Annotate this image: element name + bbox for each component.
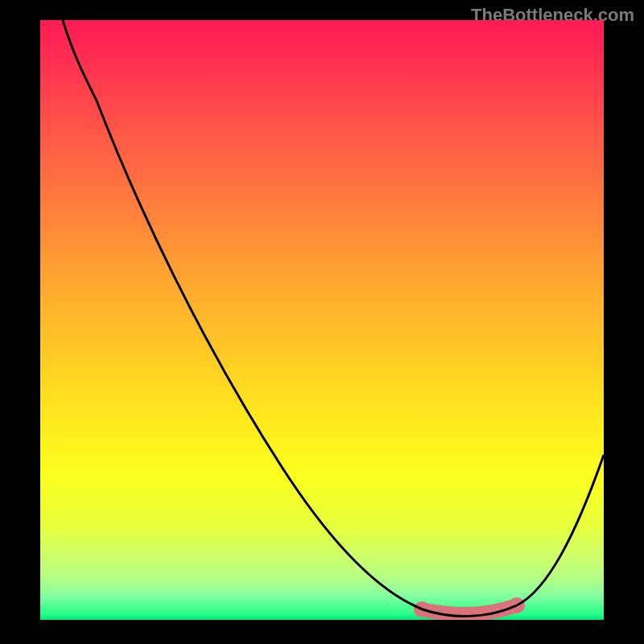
curve-svg bbox=[40, 20, 604, 620]
bottleneck-curve-line bbox=[63, 20, 604, 616]
plot-area bbox=[40, 20, 604, 620]
chart-container: { "watermark": "TheBottleneck.com", "col… bbox=[0, 0, 644, 644]
